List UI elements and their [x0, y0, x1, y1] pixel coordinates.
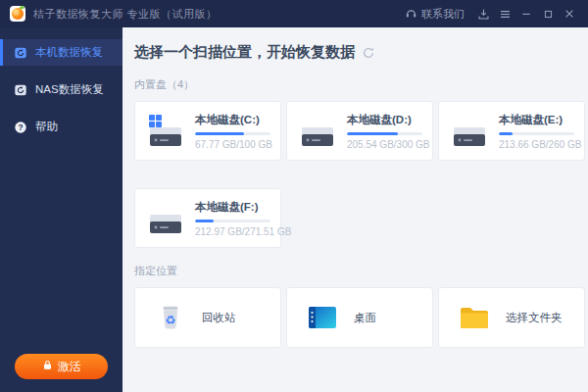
sidebar-item-help[interactable]: ? 帮助 [0, 114, 122, 140]
sidebar-item-local-recovery[interactable]: 本机数据恢复 [0, 39, 122, 66]
download-button[interactable] [472, 0, 494, 27]
menu-icon[interactable] [494, 0, 515, 27]
nas-recovery-icon [13, 82, 27, 97]
activate-label: 激活 [58, 359, 81, 375]
choose-folder-icon [457, 301, 492, 334]
location-label: 选择文件夹 [506, 311, 563, 325]
disk-size: 205.54 GB/300 GB [347, 139, 422, 150]
location-label: 回收站 [202, 311, 236, 325]
minimize-button[interactable] [515, 0, 537, 27]
sidebar-item-label: 帮助 [35, 120, 58, 134]
disk-size: 213.66 GB/260 GB [499, 139, 574, 150]
desktop-icon [305, 301, 340, 334]
disk-card-f[interactable]: 本地磁盘(F:) 212.97 GB/271.51 GB [134, 188, 281, 248]
disk-usage-fill [195, 132, 244, 135]
disk-name: 本地磁盘(E:) [499, 113, 574, 127]
sidebar-item-nas-recovery[interactable]: NAS数据恢复 [0, 76, 122, 103]
svg-text:♻: ♻ [166, 314, 176, 327]
hard-drive-icon [148, 115, 185, 148]
svg-text:?: ? [18, 122, 23, 131]
hard-drive-icon [452, 115, 489, 148]
app-window: 桔子数据恢复大师 专业版（试用版） 联系我们 本机数据 [0, 0, 588, 392]
location-label: 桌面 [354, 311, 376, 325]
disk-usage-fill [195, 220, 214, 222]
disk-usage-bar [195, 220, 270, 222]
lock-icon [42, 360, 53, 373]
disk-usage-bar [499, 132, 574, 135]
window-title: 桔子数据恢复大师 专业版（试用版） [33, 7, 218, 22]
disk-card-e[interactable]: 本地磁盘(E:) 213.66 GB/260 GB [438, 101, 585, 161]
disks-section-label: 内置盘（4） [134, 77, 583, 92]
refresh-icon[interactable] [362, 46, 375, 60]
recycle-bin-card[interactable]: ♻ 回收站 [134, 287, 281, 348]
choose-folder-card[interactable]: 选择文件夹 [438, 287, 585, 348]
contact-us-label: 联系我们 [421, 7, 465, 22]
disk-usage-bar [347, 132, 422, 135]
locations-grid: ♻ 回收站 桌面 选择文件夹 [134, 287, 583, 348]
sidebar: 本机数据恢复 NAS数据恢复 ? 帮助 激活 [0, 27, 122, 392]
recycle-bin-icon: ♻ [153, 301, 188, 334]
disk-usage-fill [499, 132, 513, 135]
disks-grid: 本地磁盘(C:) 67.77 GB/100 GB 本地磁盘(D:) 205.54… [134, 101, 583, 248]
maximize-button[interactable] [537, 0, 559, 27]
computer-recovery-icon [13, 45, 27, 60]
disk-name: 本地磁盘(D:) [347, 113, 422, 127]
hard-drive-icon [300, 115, 337, 148]
disk-name: 本地磁盘(C:) [195, 113, 270, 127]
headset-icon [405, 7, 417, 22]
hard-drive-icon [148, 202, 185, 235]
sidebar-item-label: 本机数据恢复 [35, 45, 103, 60]
disk-size: 212.97 GB/271.51 GB [195, 226, 270, 237]
disk-usage-bar [195, 132, 270, 135]
disk-card-d[interactable]: 本地磁盘(D:) 205.54 GB/300 GB [286, 101, 433, 161]
titlebar: 桔子数据恢复大师 专业版（试用版） 联系我们 [0, 0, 588, 27]
close-button[interactable] [559, 0, 580, 27]
help-icon: ? [13, 120, 27, 134]
main-content: 选择一个扫描位置，开始恢复数据 内置盘（4） 本地磁盘(C:) 67.77 GB… [122, 27, 588, 392]
page-title: 选择一个扫描位置，开始恢复数据 [134, 43, 355, 62]
disk-size: 67.77 GB/100 GB [195, 139, 270, 150]
sidebar-item-label: NAS数据恢复 [35, 82, 104, 97]
page-title-row: 选择一个扫描位置，开始恢复数据 [134, 43, 583, 62]
disk-usage-fill [347, 132, 398, 135]
app-logo-icon [10, 6, 25, 22]
locations-section-label: 指定位置 [134, 264, 583, 278]
disk-card-c[interactable]: 本地磁盘(C:) 67.77 GB/100 GB [134, 101, 281, 161]
contact-us-button[interactable]: 联系我们 [397, 0, 472, 27]
disk-name: 本地磁盘(F:) [195, 200, 270, 215]
activate-button[interactable]: 激活 [15, 354, 108, 379]
desktop-card[interactable]: 桌面 [286, 287, 433, 348]
